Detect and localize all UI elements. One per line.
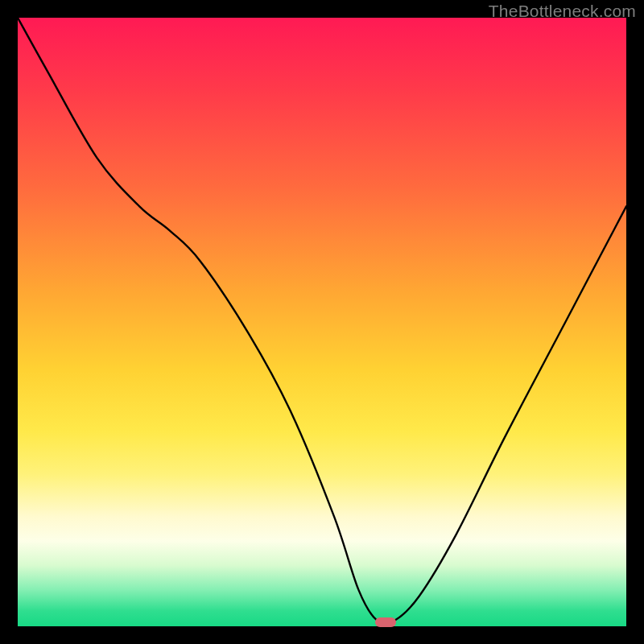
watermark-text: TheBottleneck.com — [489, 2, 636, 21]
optimal-marker — [375, 617, 396, 627]
chart-frame: TheBottleneck.com — [0, 0, 644, 644]
gradient-plot-area — [18, 18, 626, 626]
